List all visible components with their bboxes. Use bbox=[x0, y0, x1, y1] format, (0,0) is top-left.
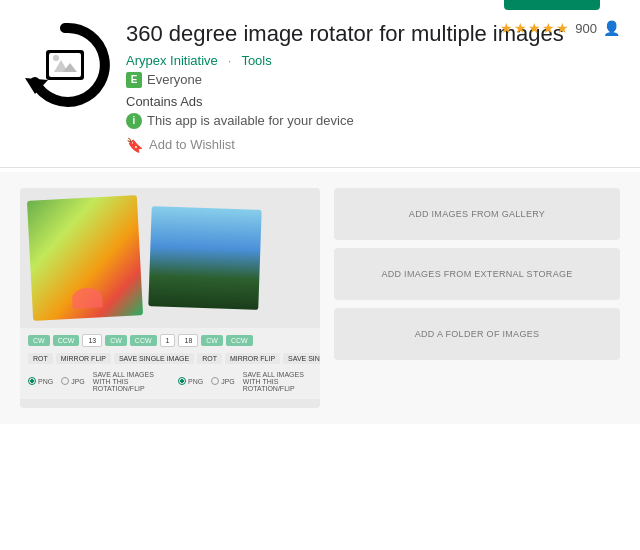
ctrl-row-2: ROT MIRROR FLIP SAVE SINGLE IMAGE ROT MI… bbox=[28, 352, 312, 365]
contains-ads-label: Contains Ads bbox=[126, 94, 620, 109]
install-button[interactable]: Install bbox=[504, 0, 600, 10]
age-rating-letter: E bbox=[126, 72, 142, 88]
wishlist-label: Add to Wishlist bbox=[149, 137, 235, 152]
screenshot-controls: CW CCW 13 CW CCW 1 18 CW CCW ROT MIRROR … bbox=[20, 328, 320, 399]
add-folder-btn[interactable]: ADD A FOLDER OF IMAGES bbox=[334, 308, 620, 360]
age-rating-text: Everyone bbox=[147, 72, 202, 87]
star-4: ★ bbox=[542, 20, 555, 36]
ctrl-num-2: 1 bbox=[160, 334, 176, 347]
star-3: ★ bbox=[528, 20, 541, 36]
rating-container: ★ ★ ★ ★ ★ 900 👤 bbox=[500, 20, 620, 36]
info-icon: i bbox=[126, 113, 142, 129]
radio-png-2: PNG bbox=[178, 371, 203, 392]
screenshots-section: CW CCW 13 CW CCW 1 18 CW CCW ROT MIRROR … bbox=[0, 172, 640, 424]
meta-separator: · bbox=[228, 53, 232, 68]
app-category[interactable]: Tools bbox=[241, 53, 271, 68]
svg-point-6 bbox=[53, 55, 59, 61]
radio-row-1: PNG JPG SAVE ALL IMAGES WITH THIS ROTATI… bbox=[28, 369, 312, 394]
radio-dot-png-2 bbox=[178, 377, 186, 385]
sample-photo-2 bbox=[148, 206, 261, 310]
radio-dot-jpg-2 bbox=[211, 377, 219, 385]
ctrl-mirror-2: MIRROR FLIP bbox=[225, 353, 280, 364]
screenshot-images-area bbox=[20, 188, 320, 328]
available-text: This app is available for your device bbox=[147, 113, 354, 128]
ctrl-cw-1: CW bbox=[28, 335, 50, 346]
rating-stars: ★ ★ ★ ★ ★ bbox=[500, 20, 569, 36]
radio-jpg-2: JPG bbox=[211, 371, 235, 392]
radio-png-1: PNG bbox=[28, 371, 53, 392]
star-2: ★ bbox=[514, 20, 527, 36]
bookmark-icon: 🔖 bbox=[126, 137, 143, 153]
radio-dot-png-1 bbox=[28, 377, 36, 385]
radio-label-jpg-2: JPG bbox=[221, 378, 235, 385]
available-row: i This app is available for your device bbox=[126, 113, 620, 129]
save-all-label-2: SAVE ALL IMAGES WITH THIS ROTATION/FLIP bbox=[243, 371, 312, 392]
sample-photo-1 bbox=[27, 195, 143, 321]
ctrl-mirror-1: MIRROR FLIP bbox=[56, 353, 111, 364]
developer-name[interactable]: Arypex Initiative bbox=[126, 53, 218, 68]
app-meta-row: Arypex Initiative · Tools bbox=[126, 53, 620, 68]
ctrl-ccw-2: CCW bbox=[130, 335, 157, 346]
ctrl-num-1: 13 bbox=[82, 334, 102, 347]
add-from-storage-btn[interactable]: ADD IMAGES FROM EXTERNAL STORAGE bbox=[334, 248, 620, 300]
ctrl-rot-2: ROT bbox=[197, 353, 222, 364]
ctrl-ccw-3: CCW bbox=[226, 335, 253, 346]
star-5: ★ bbox=[556, 20, 569, 36]
age-rating-badge: E Everyone bbox=[126, 72, 620, 88]
ctrl-num-3: 18 bbox=[178, 334, 198, 347]
star-1: ★ bbox=[500, 20, 513, 36]
rating-count: 900 bbox=[575, 21, 597, 36]
radio-jpg-1: JPG bbox=[61, 371, 85, 392]
ctrl-row-1: CW CCW 13 CW CCW 1 18 CW CCW bbox=[28, 333, 312, 348]
ctrl-rot-1: ROT bbox=[28, 353, 53, 364]
radio-dot-jpg-1 bbox=[61, 377, 69, 385]
radio-label-png-2: PNG bbox=[188, 378, 203, 385]
user-count-icon: 👤 bbox=[603, 20, 620, 36]
radio-label-png-1: PNG bbox=[38, 378, 53, 385]
ctrl-cw-3: CW bbox=[201, 335, 223, 346]
ctrl-ccw-1: CCW bbox=[53, 335, 80, 346]
app-icon bbox=[20, 20, 110, 110]
main-screenshot: CW CCW 13 CW CCW 1 18 CW CCW ROT MIRROR … bbox=[20, 188, 320, 408]
save-all-label-1: SAVE ALL IMAGES WITH THIS ROTATION/FLIP bbox=[93, 371, 162, 392]
ctrl-save-1: SAVE SINGLE IMAGE bbox=[114, 353, 194, 364]
ctrl-save-2: SAVE SINGLE IMAGE bbox=[283, 353, 320, 364]
wishlist-row[interactable]: 🔖 Add to Wishlist bbox=[126, 137, 620, 153]
ctrl-cw-2: CW bbox=[105, 335, 127, 346]
add-from-gallery-btn[interactable]: ADD IMAGES FROM GALLERY bbox=[334, 188, 620, 240]
top-right-panel: ★ ★ ★ ★ ★ 900 👤 Install bbox=[500, 20, 620, 40]
radio-label-jpg-1: JPG bbox=[71, 378, 85, 385]
side-panel: ADD IMAGES FROM GALLERY ADD IMAGES FROM … bbox=[334, 188, 620, 408]
section-divider bbox=[0, 167, 640, 168]
